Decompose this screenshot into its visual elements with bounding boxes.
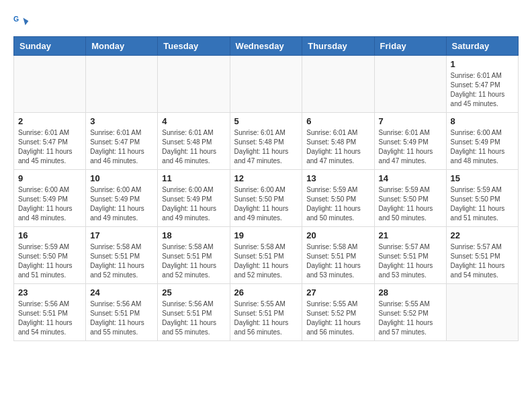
day-info: Sunrise: 5:58 AM Sunset: 5:51 PM Dayligh… [162, 242, 225, 280]
calendar-cell: 14Sunrise: 5:59 AM Sunset: 5:50 PM Dayli… [374, 170, 446, 227]
calendar-cell: 2Sunrise: 6:01 AM Sunset: 5:47 PM Daylig… [14, 113, 86, 170]
logo: G [13, 13, 32, 30]
day-info: Sunrise: 6:01 AM Sunset: 5:47 PM Dayligh… [18, 128, 81, 166]
day-info: Sunrise: 6:01 AM Sunset: 5:48 PM Dayligh… [234, 128, 298, 166]
weekday-header-sunday: Sunday [14, 37, 86, 56]
day-number: 10 [90, 173, 153, 183]
calendar-cell: 7Sunrise: 6:01 AM Sunset: 5:49 PM Daylig… [374, 113, 446, 170]
week-row-1: 1Sunrise: 6:01 AM Sunset: 5:47 PM Daylig… [14, 56, 519, 113]
calendar-cell: 12Sunrise: 6:00 AM Sunset: 5:50 PM Dayli… [230, 170, 302, 227]
day-number: 20 [306, 230, 369, 240]
calendar-cell [86, 56, 158, 113]
calendar-cell: 25Sunrise: 5:56 AM Sunset: 5:51 PM Dayli… [158, 284, 230, 341]
calendar-cell: 13Sunrise: 5:59 AM Sunset: 5:50 PM Dayli… [302, 170, 374, 227]
day-number: 11 [162, 173, 225, 183]
calendar-cell: 22Sunrise: 5:57 AM Sunset: 5:51 PM Dayli… [446, 227, 518, 284]
week-row-2: 2Sunrise: 6:01 AM Sunset: 5:47 PM Daylig… [14, 113, 519, 170]
calendar-cell: 1Sunrise: 6:01 AM Sunset: 5:47 PM Daylig… [446, 56, 518, 113]
calendar-cell [230, 56, 302, 113]
week-row-3: 9Sunrise: 6:00 AM Sunset: 5:49 PM Daylig… [14, 170, 519, 227]
weekday-header-wednesday: Wednesday [230, 37, 302, 56]
day-number: 14 [379, 173, 442, 183]
day-info: Sunrise: 6:01 AM Sunset: 5:48 PM Dayligh… [162, 128, 225, 166]
calendar-cell: 10Sunrise: 6:00 AM Sunset: 5:49 PM Dayli… [86, 170, 158, 227]
logo-icon: G [13, 13, 30, 30]
day-info: Sunrise: 6:01 AM Sunset: 5:47 PM Dayligh… [90, 128, 153, 166]
day-info: Sunrise: 5:56 AM Sunset: 5:51 PM Dayligh… [162, 300, 225, 337]
calendar-cell: 3Sunrise: 6:01 AM Sunset: 5:47 PM Daylig… [86, 113, 158, 170]
page-header: G [13, 13, 519, 30]
calendar-cell: 5Sunrise: 6:01 AM Sunset: 5:48 PM Daylig… [230, 113, 302, 170]
day-number: 6 [306, 116, 369, 126]
weekday-header-monday: Monday [86, 37, 158, 56]
day-number: 18 [162, 230, 225, 240]
day-info: Sunrise: 5:58 AM Sunset: 5:51 PM Dayligh… [234, 242, 298, 280]
day-info: Sunrise: 6:00 AM Sunset: 5:49 PM Dayligh… [451, 128, 514, 166]
day-info: Sunrise: 6:00 AM Sunset: 5:49 PM Dayligh… [162, 185, 225, 223]
calendar-cell: 11Sunrise: 6:00 AM Sunset: 5:49 PM Dayli… [158, 170, 230, 227]
weekday-header-friday: Friday [374, 37, 446, 56]
day-info: Sunrise: 5:55 AM Sunset: 5:52 PM Dayligh… [379, 300, 442, 337]
day-info: Sunrise: 6:01 AM Sunset: 5:48 PM Dayligh… [306, 128, 369, 166]
calendar-cell: 24Sunrise: 5:56 AM Sunset: 5:51 PM Dayli… [86, 284, 158, 341]
calendar-cell: 6Sunrise: 6:01 AM Sunset: 5:48 PM Daylig… [302, 113, 374, 170]
day-info: Sunrise: 5:59 AM Sunset: 5:50 PM Dayligh… [18, 242, 81, 280]
calendar-cell: 27Sunrise: 5:55 AM Sunset: 5:52 PM Dayli… [302, 284, 374, 341]
day-info: Sunrise: 5:55 AM Sunset: 5:51 PM Dayligh… [234, 300, 298, 337]
day-info: Sunrise: 5:58 AM Sunset: 5:51 PM Dayligh… [306, 242, 369, 280]
day-info: Sunrise: 5:55 AM Sunset: 5:52 PM Dayligh… [306, 300, 369, 337]
calendar-cell: 17Sunrise: 5:58 AM Sunset: 5:51 PM Dayli… [86, 227, 158, 284]
day-number: 16 [18, 230, 81, 240]
day-info: Sunrise: 5:57 AM Sunset: 5:51 PM Dayligh… [451, 242, 514, 280]
day-info: Sunrise: 5:56 AM Sunset: 5:51 PM Dayligh… [18, 300, 81, 337]
calendar-cell: 20Sunrise: 5:58 AM Sunset: 5:51 PM Dayli… [302, 227, 374, 284]
calendar-cell [158, 56, 230, 113]
day-info: Sunrise: 6:00 AM Sunset: 5:49 PM Dayligh… [18, 185, 81, 223]
day-info: Sunrise: 5:57 AM Sunset: 5:51 PM Dayligh… [379, 242, 442, 280]
day-number: 15 [451, 173, 514, 183]
calendar-cell [446, 284, 518, 341]
calendar-cell: 16Sunrise: 5:59 AM Sunset: 5:50 PM Dayli… [14, 227, 86, 284]
calendar-cell: 18Sunrise: 5:58 AM Sunset: 5:51 PM Dayli… [158, 227, 230, 284]
calendar-cell: 26Sunrise: 5:55 AM Sunset: 5:51 PM Dayli… [230, 284, 302, 341]
weekday-header-saturday: Saturday [446, 37, 518, 56]
day-info: Sunrise: 5:59 AM Sunset: 5:50 PM Dayligh… [451, 185, 514, 223]
calendar-cell: 8Sunrise: 6:00 AM Sunset: 5:49 PM Daylig… [446, 113, 518, 170]
day-info: Sunrise: 5:59 AM Sunset: 5:50 PM Dayligh… [306, 185, 369, 223]
day-number: 5 [234, 116, 298, 126]
day-number: 24 [90, 287, 153, 298]
weekday-header-row: SundayMondayTuesdayWednesdayThursdayFrid… [14, 37, 519, 56]
day-number: 28 [379, 287, 442, 298]
day-number: 21 [379, 230, 442, 240]
calendar-cell: 19Sunrise: 5:58 AM Sunset: 5:51 PM Dayli… [230, 227, 302, 284]
day-info: Sunrise: 5:59 AM Sunset: 5:50 PM Dayligh… [379, 185, 442, 223]
weekday-header-tuesday: Tuesday [158, 37, 230, 56]
day-number: 19 [234, 230, 298, 240]
day-number: 1 [451, 59, 514, 69]
day-info: Sunrise: 5:56 AM Sunset: 5:51 PM Dayligh… [90, 300, 153, 337]
week-row-4: 16Sunrise: 5:59 AM Sunset: 5:50 PM Dayli… [14, 227, 519, 284]
calendar-cell [14, 56, 86, 113]
day-number: 25 [162, 287, 225, 298]
day-info: Sunrise: 5:58 AM Sunset: 5:51 PM Dayligh… [90, 242, 153, 280]
day-number: 8 [451, 116, 514, 126]
calendar-cell: 15Sunrise: 5:59 AM Sunset: 5:50 PM Dayli… [446, 170, 518, 227]
day-number: 27 [306, 287, 369, 298]
weekday-header-thursday: Thursday [302, 37, 374, 56]
day-info: Sunrise: 6:00 AM Sunset: 5:50 PM Dayligh… [234, 185, 298, 223]
day-number: 17 [90, 230, 153, 240]
day-number: 13 [306, 173, 369, 183]
calendar-cell: 23Sunrise: 5:56 AM Sunset: 5:51 PM Dayli… [14, 284, 86, 341]
day-info: Sunrise: 6:01 AM Sunset: 5:47 PM Dayligh… [451, 71, 514, 109]
day-number: 3 [90, 116, 153, 126]
calendar-cell: 4Sunrise: 6:01 AM Sunset: 5:48 PM Daylig… [158, 113, 230, 170]
svg-marker-1 [23, 17, 28, 25]
week-row-5: 23Sunrise: 5:56 AM Sunset: 5:51 PM Dayli… [14, 284, 519, 341]
day-number: 2 [18, 116, 81, 126]
calendar-cell: 28Sunrise: 5:55 AM Sunset: 5:52 PM Dayli… [374, 284, 446, 341]
calendar-cell [374, 56, 446, 113]
day-info: Sunrise: 6:00 AM Sunset: 5:49 PM Dayligh… [90, 185, 153, 223]
day-number: 12 [234, 173, 298, 183]
calendar-cell: 9Sunrise: 6:00 AM Sunset: 5:49 PM Daylig… [14, 170, 86, 227]
day-number: 23 [18, 287, 81, 298]
